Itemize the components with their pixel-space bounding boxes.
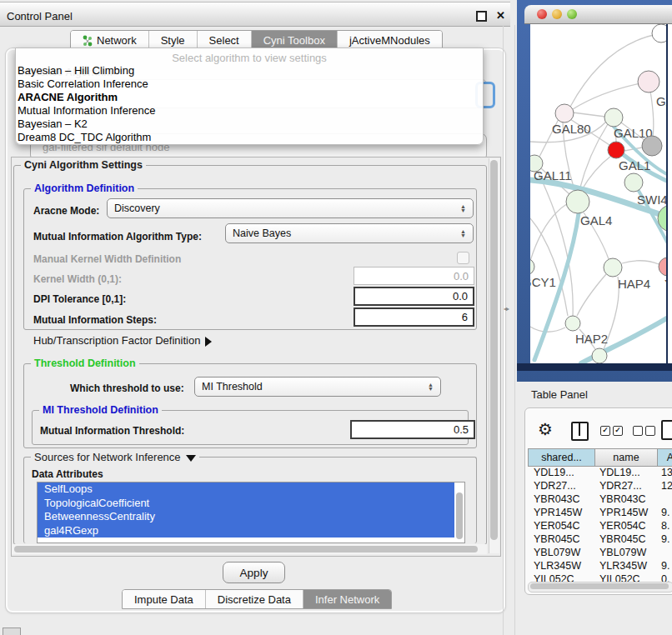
close-traffic-light-icon[interactable] — [537, 9, 547, 19]
algorithm-option[interactable]: Mutual Information Inference — [16, 104, 483, 118]
network-node-label: GCY1 — [530, 275, 556, 289]
which-threshold-combo[interactable]: MI Threshold ▲▼ — [194, 377, 441, 397]
network-edge[interactable] — [570, 33, 661, 107]
algorithm-option[interactable]: Bayesian – Hill Climbing — [16, 64, 483, 78]
network-graph[interactable]: GALGAL80GAL10GAL1GAL11SWI4GAL4GCY1HAP4YH… — [530, 23, 672, 363]
algorithm-option[interactable]: ARACNE Algorithm — [16, 91, 483, 104]
network-edge[interactable] — [530, 218, 568, 316]
columns-icon[interactable] — [571, 422, 589, 441]
apply-button[interactable]: Apply — [223, 562, 285, 583]
apply-label: Apply — [240, 567, 268, 579]
network-node-gal4[interactable] — [566, 190, 589, 213]
tab-label: jActiveMNodules — [349, 34, 430, 47]
algorithm-option[interactable]: Bayesian – K2 — [16, 118, 483, 131]
table-cell: 9. — [655, 507, 672, 520]
table-row[interactable]: YBL079WYBL079W — [528, 547, 672, 560]
mi-threshold-input[interactable]: 0.5 — [350, 420, 475, 439]
tab-impute-data[interactable]: Impute Data — [123, 590, 206, 608]
mi-steps-input[interactable]: 6 — [354, 308, 474, 327]
table-cell: YLR345W — [528, 560, 594, 573]
gear-icon[interactable]: ⚙ — [538, 419, 553, 439]
network-edge[interactable] — [622, 261, 659, 264]
hub-section-label[interactable]: Hub/Transcription Factor Definition — [33, 334, 212, 347]
network-node-hap4[interactable] — [604, 258, 622, 277]
algorithm-option[interactable]: Basic Correlation Inference — [16, 78, 483, 91]
table-cell: YPR145W — [594, 507, 655, 520]
cyni-settings-title: Cyni Algorithm Settings — [21, 159, 146, 171]
sources-title[interactable]: Sources for Network Inference — [31, 451, 199, 463]
tab-label: Network — [97, 34, 137, 47]
table-row[interactable]: YLR345WYLR345W9. — [528, 560, 672, 573]
column-header-a[interactable]: A — [657, 448, 672, 467]
kernel-width-input[interactable]: 0.0 — [354, 267, 474, 285]
algorithm-options: Bayesian – Hill ClimbingBasic Correlatio… — [16, 64, 483, 143]
mi-type-label: Mutual Information Algorithm Type: — [33, 231, 202, 242]
network-window-titlebar — [524, 5, 672, 24]
splitter-handle-icon[interactable]: ◂▸ — [504, 305, 509, 312]
network-edge[interactable] — [573, 82, 649, 109]
table-row[interactable]: YPR145WYPR145W9. — [528, 507, 672, 520]
table-cell: 8. — [655, 520, 672, 533]
table-row[interactable]: YBR043CYBR043C — [528, 493, 672, 507]
network-node[interactable] — [642, 136, 662, 156]
table-row[interactable]: YER054CYER054C8. — [528, 520, 672, 533]
deselect-checkbox-icon[interactable] — [633, 426, 643, 436]
algorithm-option[interactable]: Dream8 DC_TDC Algorithm — [16, 131, 483, 144]
network-node-label: GAL1 — [619, 158, 650, 172]
aracne-mode-combo[interactable]: Discovery ▲▼ — [107, 198, 474, 218]
network-node-label: GAL80 — [552, 122, 591, 136]
table-cell: YDL19... — [594, 467, 655, 480]
network-edge[interactable] — [573, 112, 605, 117]
table-cell: 9. — [655, 560, 672, 573]
network-edge[interactable] — [538, 172, 573, 316]
zoom-traffic-light-icon[interactable] — [567, 9, 577, 19]
aracne-mode-value: Discovery — [114, 202, 160, 214]
settings-vertical-scrollbar[interactable] — [489, 158, 499, 553]
network-node-hap2[interactable] — [565, 316, 580, 331]
minimize-traffic-light-icon[interactable] — [552, 9, 562, 19]
select-all-checkbox-icon[interactable]: ✓ — [600, 426, 610, 436]
table-cell: YLR345W — [594, 560, 655, 573]
expand-down-icon[interactable] — [186, 455, 196, 462]
tab-infer-network[interactable]: Infer Network — [303, 590, 391, 608]
mi-threshold-label: Mutual Information Threshold: — [40, 425, 184, 437]
table-horizontal-scrollbar[interactable] — [528, 582, 672, 592]
table-cell: YPR145W — [528, 507, 594, 520]
table-row[interactable]: YBR045CYBR045C9. — [528, 533, 672, 547]
settings-horizontal-scrollbar[interactable] — [12, 544, 487, 554]
deselect-checkbox-icon[interactable] — [645, 426, 655, 436]
float-window-icon[interactable] — [476, 11, 487, 22]
close-icon[interactable]: ✕ — [496, 9, 505, 22]
mi-steps-label: Mutual Information Steps: — [33, 314, 157, 326]
table-row[interactable]: YDL19...YDL19...13 — [528, 467, 672, 480]
table-row[interactable]: YDR27...YDR27...12 — [528, 480, 672, 493]
table-cell: 13 — [655, 467, 672, 480]
expand-right-icon[interactable] — [205, 337, 212, 347]
network-node-gal[interactable] — [638, 71, 659, 92]
data-attributes-label: Data Attributes — [32, 468, 103, 480]
network-node-swi4[interactable] — [624, 173, 643, 192]
network-node-gal80[interactable] — [555, 104, 574, 122]
corner-widget[interactable] — [3, 628, 21, 635]
select-all-checkbox-icon[interactable]: ✓ — [613, 426, 623, 436]
manual-kernel-checkbox[interactable] — [457, 252, 469, 264]
kernel-width-value: 0.0 — [454, 270, 469, 282]
tab-discretize-data[interactable]: Discretize Data — [206, 590, 303, 608]
network-edge[interactable] — [577, 274, 606, 316]
column-header-shared[interactable]: shared... — [528, 448, 594, 467]
table-header-row: shared...nameA — [528, 448, 672, 467]
table-cell — [655, 493, 672, 507]
dpi-tolerance-input[interactable]: 0.0 — [354, 287, 474, 306]
network-edge[interactable] — [581, 156, 611, 191]
column-header-name[interactable]: name — [594, 448, 657, 467]
mi-type-combo[interactable]: Naive Bayes ▲▼ — [225, 223, 474, 243]
network-node-gal1[interactable] — [608, 142, 624, 158]
network-node[interactable] — [592, 348, 607, 363]
network-node-gal10[interactable] — [604, 108, 623, 127]
network-node-gcy1[interactable] — [530, 258, 534, 275]
export-table-icon[interactable] — [661, 420, 672, 440]
table-cell: YBL079W — [594, 547, 655, 560]
table-cell — [655, 547, 672, 560]
network-edge[interactable] — [530, 203, 568, 261]
spinner-arrows-icon: ▲▼ — [455, 204, 466, 212]
